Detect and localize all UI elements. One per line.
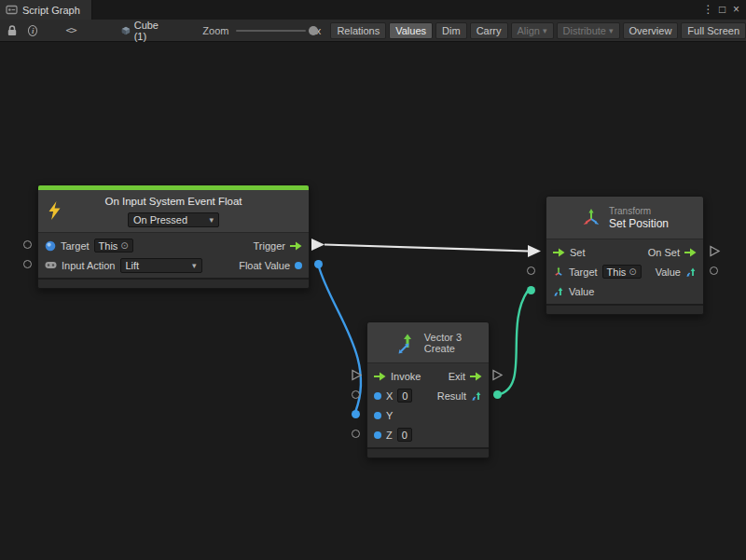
vector3-z-row: Z 0 [367, 425, 489, 444]
window-menu-button[interactable]: ⋮ [701, 0, 715, 20]
node-vector3-create[interactable]: Vector 3 Create Invoke Exit X 0 Result [366, 321, 490, 458]
float-port-icon [374, 392, 381, 400]
target-name-label: Cube (1) [134, 20, 168, 42]
toolbar-buttons: Relations Values Dim Carry Align ▾ Distr… [330, 22, 746, 39]
z-value-field[interactable]: 0 [397, 428, 412, 442]
vector3-type-icon [471, 390, 482, 402]
transform-category-label: Transform [609, 206, 669, 216]
transform-set-row: Set On Set [546, 242, 703, 262]
toolbar-button-dim[interactable]: Dim [435, 22, 467, 39]
event-node-footer [38, 278, 309, 288]
toolbar-button-overview[interactable]: Overview [623, 22, 679, 39]
x-input-port[interactable] [352, 390, 360, 399]
vector3-type-icon [685, 266, 697, 278]
graph-toolbar: i <> Cube (1) Zoom 1x Relations Values D… [0, 20, 746, 42]
onset-output-port[interactable] [709, 245, 721, 257]
target-label: Target [569, 266, 598, 278]
float-value-label: Float Value [239, 260, 290, 271]
event-input-action-row: Input Action Lift ▾ Float Value [38, 255, 309, 275]
chevron-down-icon: ▾ [192, 261, 197, 270]
event-node-title: On Input System Event Float [38, 190, 309, 207]
flow-arrow-icon [290, 241, 302, 251]
vector3-node-footer [367, 447, 489, 458]
flow-arrow-icon [470, 372, 482, 381]
sidebar-toggle-icon[interactable]: <> [65, 24, 76, 36]
x-label: X [386, 390, 393, 402]
tab-script-graph[interactable]: Script Graph [0, 0, 92, 20]
exit-output-port[interactable] [491, 369, 504, 381]
toolbar-button-distribute[interactable]: Distribute ▾ [557, 22, 620, 39]
vector3-category-label: Vector 3 [424, 332, 462, 343]
z-input-port[interactable] [352, 430, 360, 438]
flow-arrow-icon [553, 248, 565, 257]
target-object-field[interactable]: This ⊙ [602, 265, 642, 279]
window-close-button[interactable]: × [729, 0, 743, 20]
result-output-port[interactable] [493, 390, 502, 399]
event-node-header: On Input System Event Float On Pressed ▾ [38, 190, 309, 233]
window-maximize-button[interactable]: □ [715, 0, 729, 20]
event-target-input-port[interactable] [23, 240, 32, 249]
zoom-label: Zoom [202, 25, 228, 36]
trigger-label: Trigger [254, 240, 285, 252]
zoom-slider-handle[interactable] [309, 26, 318, 35]
float-port-icon [374, 412, 381, 419]
vector3-y-row: Y [367, 405, 489, 425]
transform-node-header: Transform Set Position [546, 197, 703, 239]
zoom-slider-track [236, 30, 305, 32]
toolbar-button-relations[interactable]: Relations [330, 22, 386, 39]
transform-node-footer [546, 304, 703, 314]
invoke-input-port[interactable] [351, 369, 363, 381]
transform-value-input-port[interactable] [527, 286, 535, 294]
flow-arrow-icon [374, 372, 386, 381]
x-value-field[interactable]: 0 [397, 389, 412, 403]
window-tab-bar: Script Graph ⋮ □ × [0, 0, 746, 20]
lock-icon[interactable] [7, 24, 18, 36]
window-controls: ⋮ □ × [701, 0, 746, 20]
script-graph-icon [6, 4, 18, 16]
info-icon[interactable]: i [28, 25, 37, 36]
vector3-type-icon [553, 286, 564, 297]
unity-visual-scripting-window: { "icons": { "menu": "⋮", "maximize": "□… [0, 0, 746, 560]
toolbar-button-align[interactable]: Align ▾ [511, 22, 554, 39]
transform-target-input-port[interactable] [527, 266, 535, 275]
chevron-down-icon: ▾ [209, 215, 214, 225]
vector3-node-body: Invoke Exit X 0 Result Y Z [367, 363, 489, 447]
input-action-dropdown[interactable]: Lift ▾ [120, 258, 202, 273]
toolbar-button-fullscreen[interactable]: Full Screen [681, 22, 746, 39]
toolbar-button-values[interactable]: Values [389, 22, 433, 39]
float-port-icon [374, 431, 381, 439]
vector3-create-icon [394, 332, 417, 354]
chevron-down-icon: ▾ [543, 26, 547, 35]
input-action-icon [45, 261, 57, 269]
graph-target-reference[interactable]: Cube (1) [121, 20, 168, 42]
float-value-output-port[interactable] [314, 260, 323, 268]
event-inputaction-input-port[interactable] [23, 260, 32, 268]
exit-label: Exit [449, 371, 465, 382]
transform-gizmo-icon [581, 208, 601, 228]
node-on-input-system-event-float[interactable]: On Input System Event Float On Pressed ▾… [37, 184, 310, 289]
input-action-label: Input Action [62, 260, 116, 271]
target-object-field[interactable]: This ⊙ [94, 239, 133, 253]
float-value-port-icon [295, 262, 302, 269]
node-transform-set-position[interactable]: Transform Set Position Set On Set Target [546, 196, 704, 315]
toolbar-button-carry[interactable]: Carry [470, 22, 508, 39]
invoke-label: Invoke [391, 371, 421, 382]
transform-mini-icon [553, 266, 564, 278]
tab-title: Script Graph [22, 5, 80, 16]
transform-value-output-port[interactable] [710, 266, 718, 275]
vector3-invoke-row: Invoke Exit [367, 366, 489, 386]
flow-arrow-icon [684, 248, 697, 257]
on-set-label: On Set [648, 247, 680, 258]
transform-node-body: Set On Set Target This ⊙ Value [546, 239, 703, 304]
vector3-title: Create [424, 343, 462, 354]
transform-target-row: Target This ⊙ Value [546, 262, 703, 281]
y-input-port[interactable] [352, 410, 360, 418]
value-input-label: Value [569, 286, 594, 297]
event-target-row: Target This ⊙ Trigger [38, 236, 309, 255]
lightning-bolt-icon [48, 201, 62, 220]
y-label: Y [386, 410, 393, 421]
event-mode-dropdown[interactable]: On Pressed ▾ [128, 212, 219, 227]
result-label: Result [437, 390, 466, 402]
vector3-x-row: X 0 Result [367, 386, 489, 405]
zoom-slider[interactable] [236, 25, 305, 36]
